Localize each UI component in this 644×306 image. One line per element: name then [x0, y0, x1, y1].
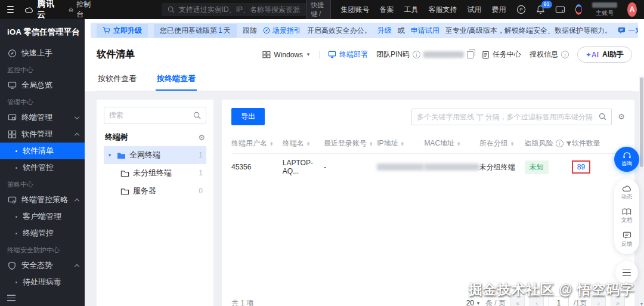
topbar-search[interactable]: 支持通过实例ID、IP、名称等搜索资源 — [162, 3, 306, 16]
sidebar-item-label: 软件管理 — [21, 129, 52, 140]
sort-icon[interactable]: ▲▼ — [270, 141, 273, 146]
hamburger-menu-icon[interactable] — [7, 6, 14, 13]
tab-by-software[interactable]: 按软件查看 — [97, 70, 138, 91]
filter-input[interactable] — [417, 113, 595, 121]
tree-node-ungrouped[interactable]: 未分组终端 1 — [104, 164, 206, 182]
terminal-deploy-link[interactable]: 终端部署 — [328, 50, 368, 60]
sidebar-item-quick-start[interactable]: 快速上手 — [0, 45, 85, 61]
prev-page-button[interactable]: ‹ — [530, 296, 544, 306]
first-page-button[interactable]: « — [510, 296, 525, 306]
headset-icon — [623, 152, 631, 159]
task-center-link[interactable]: 任务中心 — [482, 50, 521, 60]
column-header-piracy-risk[interactable]: 盗版风险i — [525, 138, 572, 149]
scene-guide-link[interactable]: 场景指引 — [263, 26, 301, 36]
sidebar-item-security-posture[interactable]: 安全态势 — [0, 257, 85, 274]
console-link[interactable]: 控制台 — [69, 0, 91, 20]
banner-upgrade-link[interactable]: 升级 — [377, 26, 392, 36]
next-page-button[interactable]: › — [592, 296, 606, 306]
page-size-value: 20 — [466, 299, 474, 306]
tree-header: 终端树 ⚙ — [105, 132, 205, 143]
vertical-scrollbar[interactable]: ▼ — [639, 76, 644, 306]
sidebar-item-label: 快速上手 — [21, 48, 52, 58]
tencent-cloud-logo[interactable]: 腾讯云 — [24, 0, 55, 20]
filter-funnel-icon[interactable] — [566, 141, 572, 147]
tree-node-count: 1 — [199, 151, 203, 159]
menu-item-trial[interactable]: 试用 — [467, 5, 482, 15]
p-circle-icon[interactable]: P — [516, 5, 526, 14]
tab-by-terminal[interactable]: 按终端查看 — [156, 70, 197, 91]
menu-item-tools[interactable]: 工具 — [404, 5, 419, 15]
scrollbar-thumb[interactable] — [640, 78, 643, 167]
sidebar-item-terminal-control[interactable]: 终端管控 — [0, 225, 85, 242]
float-item-label: 动态 — [621, 193, 633, 201]
consult-float-button[interactable]: 咨询 — [614, 147, 639, 172]
bullet-dot — [16, 216, 17, 218]
tree-search-input[interactable] — [109, 111, 190, 119]
float-item-docs[interactable]: 文档 — [614, 208, 639, 224]
one-on-one-consult-link[interactable]: 一对一咨询 — [618, 26, 638, 36]
per-page-label: 条 / 页 — [485, 298, 506, 306]
content: 终端树 ⚙ ▼ 全网终端 1 未分组终端 1 — [85, 91, 644, 306]
sidebar-item-terminal-policy[interactable]: 终端管控策略 — [0, 191, 85, 208]
column-header-ip[interactable]: IP地址▲▼ — [377, 138, 424, 149]
tree-node-servers[interactable]: 服务器 0 — [104, 182, 206, 200]
os-selector[interactable]: Windows ▼ — [262, 51, 311, 59]
sort-icon[interactable]: ▲▼ — [401, 141, 404, 146]
tree-expander-icon[interactable]: ▼ — [107, 153, 113, 158]
ai-assistant-label: AI助手 — [602, 50, 624, 60]
table-row[interactable]: 45356 LAPTOP-AQ... - 未分组终端 未知 89 — [231, 154, 625, 180]
auth-info-link[interactable]: 授权信息 i — [530, 50, 569, 60]
scrollbar-down-arrow[interactable]: ▼ — [639, 302, 644, 306]
search-icon — [193, 112, 201, 119]
column-header-mac[interactable]: MAC地址▲▼ — [424, 138, 479, 149]
account-info[interactable]: 主账号 — [592, 2, 617, 17]
sidebar-item-software-management[interactable]: 软件管理 — [0, 126, 85, 143]
banner-trial-link[interactable]: 申请试用 — [411, 26, 439, 36]
column-settings-gear-icon[interactable]: ⚙ — [618, 112, 625, 121]
notification-bell[interactable]: 91 — [536, 5, 545, 14]
sidebar-item-software-list[interactable]: 软件清单 — [0, 143, 85, 159]
sidebar-item-client-management[interactable]: 客户端管理 — [0, 208, 85, 225]
float-item-news[interactable]: 动态 — [614, 185, 639, 201]
page-number-input[interactable] — [549, 296, 569, 306]
ai-assistant-button[interactable]: ✦AI AI助手 — [577, 47, 632, 63]
upgrade-now-button[interactable]: 立即升级 — [97, 24, 148, 38]
sort-icon[interactable]: ▲▼ — [306, 141, 310, 146]
tree-node-count: 1 — [199, 169, 203, 177]
menu-item-support[interactable]: 客服支持 — [429, 5, 457, 15]
colorful-ring-icon[interactable] — [575, 4, 583, 15]
info-icon[interactable]: i — [413, 51, 420, 58]
column-header-recent-login[interactable]: 最近登录账号▲▼ — [324, 138, 377, 149]
last-page-button[interactable]: » — [611, 296, 625, 306]
avatar[interactable]: A — [627, 2, 637, 17]
column-header-terminal-name[interactable]: 终端名▲▼ — [283, 138, 324, 149]
filter-box[interactable] — [411, 109, 612, 125]
sort-icon[interactable]: ▲▼ — [510, 141, 514, 146]
menu-item-filing[interactable]: 备案 — [380, 5, 394, 15]
sort-icon[interactable]: ▲▼ — [369, 141, 373, 146]
pill-suffix: 天 — [224, 26, 231, 35]
cloud-news-icon — [622, 185, 631, 192]
column-header-username[interactable]: 终端用户名▲▼ — [231, 138, 283, 149]
page-total-label: /1页 — [574, 298, 587, 306]
export-button[interactable]: 导出 — [231, 108, 265, 125]
sort-icon[interactable]: ▲▼ — [457, 141, 460, 146]
sidebar-item-terminal-management[interactable]: 终端管理 — [0, 109, 85, 126]
copy-icon[interactable] — [467, 51, 473, 58]
float-list-button[interactable] — [615, 261, 638, 284]
coupon-icon[interactable] — [555, 5, 565, 14]
menu-item-billing[interactable]: 费用 — [492, 5, 506, 15]
float-item-feedback[interactable]: 反馈 — [614, 231, 639, 248]
sidebar-item-global-overview[interactable]: 全局总览 — [0, 77, 85, 94]
gear-icon[interactable]: ⚙ — [198, 133, 205, 142]
sidebar-item-software-control[interactable]: 软件管控 — [0, 159, 85, 176]
sidebar-collapse-icon[interactable] — [7, 295, 16, 301]
menu-item-group-account[interactable]: 集团账号 — [341, 5, 370, 15]
tree-node-all-terminals[interactable]: ▼ 全网终端 1 — [104, 146, 206, 164]
shortcut-hint[interactable]: 快捷键 / — [306, 0, 331, 20]
tree-search-box[interactable] — [104, 107, 206, 123]
column-header-group[interactable]: 所在分组▲▼ — [479, 138, 525, 149]
page-size-selector[interactable]: 20▼ — [466, 299, 481, 306]
sidebar-item-pending-virus[interactable]: 待处理病毒 — [0, 274, 85, 290]
software-count-link[interactable]: 89 — [572, 160, 590, 174]
